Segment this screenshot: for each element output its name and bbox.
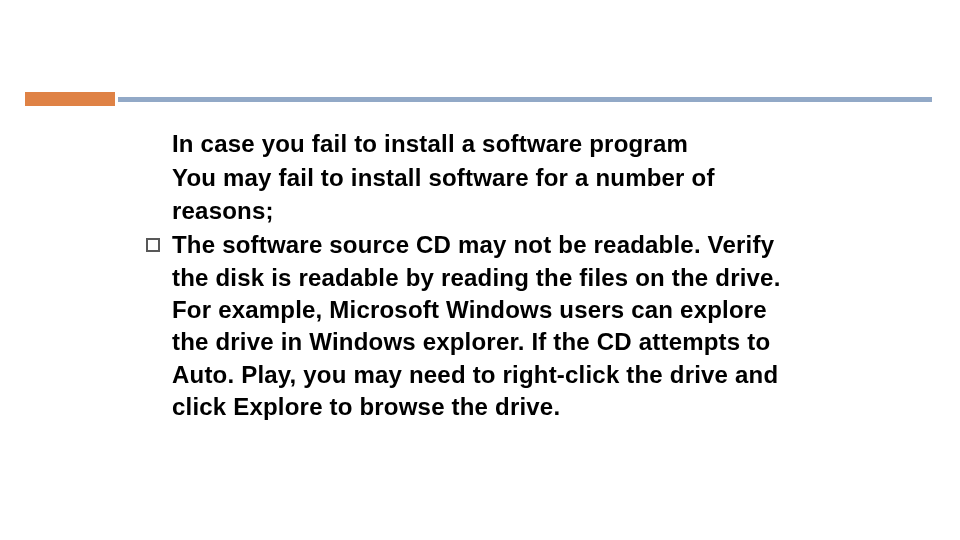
header-rule xyxy=(0,92,960,106)
slide: In case you fail to install a software p… xyxy=(0,0,960,540)
bullet-text: The software source CD may not be readab… xyxy=(172,229,792,423)
slide-content: In case you fail to install a software p… xyxy=(172,128,792,424)
slide-heading: In case you fail to install a software p… xyxy=(172,128,792,160)
slide-intro: You may fail to install software for a n… xyxy=(172,162,792,227)
accent-bar-orange xyxy=(25,92,115,106)
square-bullet-icon xyxy=(146,238,160,252)
accent-bar-blue xyxy=(118,97,932,102)
bullet-item: The software source CD may not be readab… xyxy=(172,229,792,423)
